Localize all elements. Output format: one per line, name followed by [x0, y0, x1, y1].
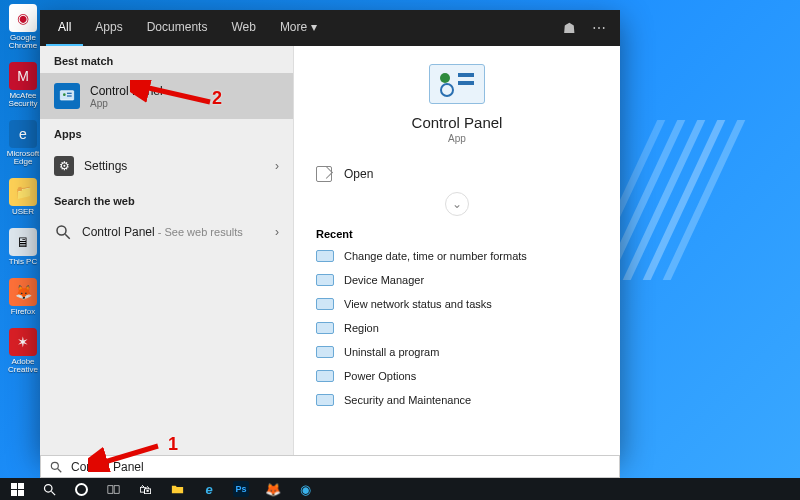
cortana-button[interactable]: [66, 478, 96, 500]
recent-list: Change date, time or number formats Devi…: [308, 244, 606, 412]
svg-rect-11: [114, 485, 119, 493]
best-match-result[interactable]: Control Panel App: [40, 73, 293, 119]
chevron-right-icon: ›: [275, 225, 279, 239]
tab-all[interactable]: All: [46, 10, 83, 46]
detail-subtitle: App: [448, 133, 466, 144]
web-result-label: Control Panel - See web results: [82, 225, 243, 239]
desktop-icon-adobe[interactable]: ✶Adobe Creative: [4, 328, 42, 374]
svg-point-1: [63, 93, 66, 96]
desktop-icon-chrome[interactable]: ◉Google Chrome: [4, 4, 42, 50]
taskbar-search-icon[interactable]: [34, 478, 64, 500]
detail-title: Control Panel: [412, 114, 503, 131]
svg-rect-2: [67, 93, 72, 94]
expand-chevron-down[interactable]: ⌄: [445, 192, 469, 216]
control-panel-item-icon: [316, 322, 334, 334]
open-label: Open: [344, 167, 373, 181]
svg-point-6: [51, 462, 58, 469]
taskbar: 🛍 e Ps 🦊 ◉: [0, 478, 800, 500]
desktop-icon-edge[interactable]: eMicrosoft Edge: [4, 120, 42, 166]
taskbar-search-box[interactable]: [40, 455, 620, 478]
best-match-subtitle: App: [90, 98, 163, 109]
recent-item[interactable]: Security and Maintenance: [308, 388, 606, 412]
recent-item[interactable]: Uninstall a program: [308, 340, 606, 364]
start-button[interactable]: [2, 478, 32, 500]
task-view-button[interactable]: [98, 478, 128, 500]
recent-item[interactable]: Power Options: [308, 364, 606, 388]
tab-web[interactable]: Web: [219, 10, 267, 46]
wallpaper-rays: [600, 120, 800, 340]
search-web-label: Search the web: [40, 186, 293, 213]
annotation-number-1: 1: [168, 434, 178, 455]
apps-result-label: Settings: [84, 159, 127, 173]
desktop-icon-thispc[interactable]: 🖥This PC: [4, 228, 42, 266]
open-icon: [316, 166, 332, 182]
svg-line-5: [65, 234, 70, 239]
recent-item[interactable]: Region: [308, 316, 606, 340]
ellipsis-icon[interactable]: ⋯: [584, 20, 614, 36]
desktop-icon-user[interactable]: 📁USER: [4, 178, 42, 216]
desktop-icon-mcafee[interactable]: MMcAfee Security: [4, 62, 42, 108]
annotation-number-2: 2: [212, 88, 222, 109]
svg-point-4: [57, 226, 66, 235]
best-match-label: Best match: [40, 46, 293, 73]
open-action[interactable]: Open: [316, 166, 598, 182]
app-tile-icon: [429, 64, 485, 104]
web-result-control-panel[interactable]: Control Panel - See web results ›: [40, 213, 293, 251]
tab-apps[interactable]: Apps: [83, 10, 134, 46]
taskbar-app-firefox[interactable]: 🦊: [258, 478, 288, 500]
desktop-icon-firefox[interactable]: 🦊Firefox: [4, 278, 42, 316]
search-icon: [49, 460, 63, 474]
svg-rect-0: [60, 91, 73, 100]
control-panel-item-icon: [316, 250, 334, 262]
chevron-right-icon: ›: [275, 159, 279, 173]
results-detail-pane: Control Panel App Open ⌄ Recent Change d…: [294, 46, 620, 455]
recent-heading: Recent: [316, 228, 598, 240]
control-panel-item-icon: [316, 298, 334, 310]
recent-item[interactable]: Device Manager: [308, 268, 606, 292]
tab-documents[interactable]: Documents: [135, 10, 220, 46]
apps-label: Apps: [40, 119, 293, 146]
results-left-pane: Best match Control Panel App Apps ⚙ Sett…: [40, 46, 294, 455]
svg-line-7: [58, 468, 62, 472]
search-input[interactable]: [71, 460, 611, 474]
taskbar-app-file-explorer[interactable]: [162, 478, 192, 500]
apps-result-settings[interactable]: ⚙ Settings ›: [40, 146, 293, 186]
feedback-icon[interactable]: ☗: [554, 20, 584, 36]
svg-rect-3: [67, 95, 72, 96]
search-tabs: All Apps Documents Web More ▾ ☗ ⋯: [40, 10, 620, 46]
control-panel-item-icon: [316, 274, 334, 286]
control-panel-item-icon: [316, 394, 334, 406]
svg-rect-10: [107, 485, 112, 493]
best-match-title: Control Panel: [90, 84, 163, 98]
recent-item[interactable]: Change date, time or number formats: [308, 244, 606, 268]
gear-icon: ⚙: [54, 156, 74, 176]
tab-more[interactable]: More ▾: [268, 10, 329, 46]
taskbar-app-edge[interactable]: ◉: [290, 478, 320, 500]
desktop-icons: ◉Google Chrome MMcAfee Security eMicroso…: [4, 4, 44, 374]
search-icon: [54, 223, 72, 241]
recent-item[interactable]: View network status and tasks: [308, 292, 606, 316]
taskbar-app-photoshop[interactable]: Ps: [226, 478, 256, 500]
start-search-popup: All Apps Documents Web More ▾ ☗ ⋯ Best m…: [40, 10, 620, 455]
control-panel-item-icon: [316, 370, 334, 382]
svg-point-8: [44, 484, 52, 492]
svg-line-9: [51, 491, 55, 495]
control-panel-item-icon: [316, 346, 334, 358]
taskbar-app-store[interactable]: 🛍: [130, 478, 160, 500]
taskbar-app-ie[interactable]: e: [194, 478, 224, 500]
control-panel-icon: [54, 83, 80, 109]
